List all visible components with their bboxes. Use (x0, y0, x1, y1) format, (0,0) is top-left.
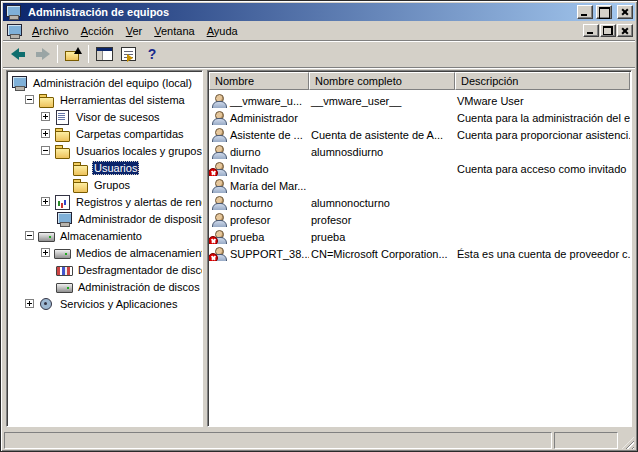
up-one-level-icon (65, 47, 82, 62)
event-viewer-icon (54, 110, 70, 124)
tree-item-administracion-de-discos[interactable]: Administración de discos (7, 278, 202, 295)
status-bar (4, 429, 634, 449)
user-row-support[interactable]: SUPPORT_38... CN=Microsoft Corporation..… (209, 245, 630, 262)
menu-ayuda[interactable]: Ayuda (201, 23, 244, 39)
user-row-administrador[interactable]: Administrador Cuenta para la administrac… (209, 109, 630, 126)
mdi-minimize-button[interactable] (583, 24, 599, 37)
list-body: __vmware_u... __vmware_user__ VMware Use… (209, 90, 630, 425)
user-disabled-icon (211, 162, 227, 176)
help-button[interactable] (140, 43, 164, 65)
toolbar-separator (57, 45, 58, 63)
user-row-invitado[interactable]: Invitado Cuenta para acceso como invitad… (209, 160, 630, 177)
expand-plus-icon[interactable] (41, 197, 50, 206)
device-manager-icon (56, 212, 72, 226)
menu-archivo[interactable]: Archivo (26, 23, 75, 39)
users-folder-icon (72, 161, 88, 175)
tree-item-desfragmentador-de-disco[interactable]: Desfragmentador de disco (7, 261, 202, 278)
disk-defragmenter-icon (56, 263, 72, 277)
toolbar (3, 41, 635, 68)
maximize-button[interactable] (596, 5, 612, 19)
tree-item-administracion-del-equipo[interactable]: Administración del equipo (local) (7, 74, 202, 91)
tree-item-medios-de-almacenamiento[interactable]: Medios de almacenamiento e (7, 244, 202, 261)
export-list-button[interactable] (116, 43, 140, 65)
user-row-vmware-user[interactable]: __vmware_u... __vmware_user__ VMware Use… (209, 92, 630, 109)
account-disabled-icon (209, 168, 218, 176)
back-button[interactable] (6, 43, 30, 65)
tree-item-herramientas-del-sistema[interactable]: Herramientas del sistema (7, 91, 202, 108)
menu-ventana[interactable]: Ventana (148, 23, 200, 39)
performance-logs-icon (54, 195, 70, 209)
resize-grip[interactable] (620, 432, 634, 449)
user-row-profesor[interactable]: profesor profesor (209, 211, 630, 228)
collapse-minus-icon[interactable] (25, 95, 34, 104)
menu-ver[interactable]: Ver (120, 23, 149, 39)
minimize-button[interactable] (577, 5, 593, 19)
user-row-nocturno[interactable]: nocturno alumnonocturno (209, 194, 630, 211)
mdi-window-controls (583, 24, 633, 37)
console-tree-pane: Administración del equipo (local) Herram… (6, 70, 203, 427)
groups-folder-icon (72, 178, 88, 192)
user-row-diurno[interactable]: diurno alumnosdiurno (209, 143, 630, 160)
close-button[interactable] (617, 5, 633, 19)
disk-management-icon (56, 280, 72, 294)
menu-accion[interactable]: Acción (75, 23, 120, 39)
tree-item-carpetas-compartidas[interactable]: Carpetas compartidas (7, 125, 202, 142)
tree-item-grupos[interactable]: Grupos (7, 176, 202, 193)
user-row-prueba[interactable]: prueba prueba (209, 228, 630, 245)
tree-item-servicios-y-aplicaciones[interactable]: Servicios y Aplicaciones (7, 295, 202, 312)
column-header-descripcion[interactable]: Descripción (455, 72, 630, 90)
tree-item-visor-de-sucesos[interactable]: Visor de sucesos (7, 108, 202, 125)
computer-management-icon (11, 76, 27, 90)
back-icon (11, 48, 26, 60)
user-icon (211, 128, 227, 142)
user-row-maria-del-mar[interactable]: María del Mar... (209, 177, 630, 194)
mdi-restore-button[interactable] (600, 24, 616, 37)
console-window-icon (6, 24, 22, 38)
services-applications-icon (38, 297, 54, 311)
expand-plus-icon[interactable] (41, 248, 50, 257)
collapse-minus-icon[interactable] (41, 146, 50, 155)
title-bar[interactable]: Administración de equipos (3, 3, 635, 21)
user-icon (211, 111, 227, 125)
expand-plus-icon[interactable] (41, 112, 50, 121)
user-icon (211, 145, 227, 159)
computer-management-window: Administración de equipos Archivo Acción… (0, 0, 638, 452)
storage-icon (38, 229, 54, 243)
tree-item-usuarios-locales-y-grupos[interactable]: Usuarios locales y grupos (7, 142, 202, 159)
menu-bar: Archivo Acción Ver Ventana Ayuda (3, 21, 635, 41)
forward-icon (35, 48, 50, 60)
show-hide-console-tree-button[interactable] (92, 43, 116, 65)
user-disabled-icon (211, 247, 227, 261)
tree-item-administrador-de-dispositivos[interactable]: Administrador de dispositivos (7, 210, 202, 227)
account-disabled-icon (209, 236, 218, 244)
tree-item-almacenamiento[interactable]: Almacenamiento (7, 227, 202, 244)
removable-storage-icon (54, 246, 70, 260)
user-row-asistente[interactable]: Asistente de ... Cuenta de asistente de … (209, 126, 630, 143)
tree-item-registros-y-alertas[interactable]: Registros y alertas de rendim (7, 193, 202, 210)
collapse-minus-icon[interactable] (25, 231, 34, 240)
status-panel-main (4, 432, 552, 449)
forward-button[interactable] (30, 43, 54, 65)
user-icon (211, 213, 227, 227)
account-disabled-icon (209, 253, 218, 261)
mdi-close-button[interactable] (617, 24, 633, 37)
user-icon (211, 179, 227, 193)
up-one-level-button[interactable] (61, 43, 85, 65)
users-list-pane: Nombre Nombre completo Descripción __vmw… (207, 70, 632, 427)
show-hide-console-tree-icon (96, 47, 113, 61)
shared-folders-icon (54, 127, 70, 141)
window-title: Administración de equipos (28, 6, 574, 18)
expand-plus-icon[interactable] (25, 299, 34, 308)
status-panel-side (554, 432, 618, 449)
local-users-groups-icon (54, 144, 70, 158)
tree-item-usuarios[interactable]: Usuarios (7, 159, 202, 176)
column-header-nombre[interactable]: Nombre (209, 72, 309, 90)
user-icon (211, 94, 227, 108)
system-tools-icon (38, 93, 54, 107)
user-disabled-icon (211, 230, 227, 244)
export-list-icon (121, 47, 136, 61)
expand-plus-icon[interactable] (41, 129, 50, 138)
list-header: Nombre Nombre completo Descripción (209, 72, 630, 90)
column-header-nombre-completo[interactable]: Nombre completo (309, 72, 455, 90)
help-icon (148, 46, 157, 62)
